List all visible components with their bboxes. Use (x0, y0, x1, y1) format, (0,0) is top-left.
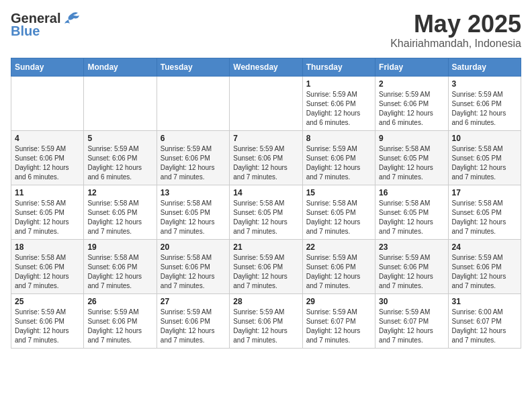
day-number: 16 (379, 188, 444, 197)
calendar-cell: 22Sunrise: 5:59 AM Sunset: 6:06 PM Dayli… (302, 239, 375, 293)
calendar-cell: 31Sunrise: 6:00 AM Sunset: 6:07 PM Dayli… (448, 293, 521, 348)
day-info: Sunrise: 5:58 AM Sunset: 6:05 PM Dayligh… (379, 199, 444, 236)
day-info: Sunrise: 5:59 AM Sunset: 6:06 PM Dayligh… (306, 253, 371, 291)
day-number: 12 (87, 188, 152, 197)
day-info: Sunrise: 5:59 AM Sunset: 6:07 PM Dayligh… (306, 308, 371, 345)
day-number: 3 (452, 79, 517, 89)
day-info: Sunrise: 5:58 AM Sunset: 6:05 PM Dayligh… (15, 199, 80, 236)
day-info: Sunrise: 5:59 AM Sunset: 6:06 PM Dayligh… (452, 90, 517, 128)
calendar-week-row: 4Sunrise: 5:59 AM Sunset: 6:06 PM Daylig… (11, 130, 521, 185)
calendar-cell: 19Sunrise: 5:58 AM Sunset: 6:06 PM Dayli… (84, 239, 157, 293)
calendar-week-row: 25Sunrise: 5:59 AM Sunset: 6:06 PM Dayli… (11, 293, 521, 348)
day-info: Sunrise: 5:59 AM Sunset: 6:06 PM Dayligh… (15, 308, 80, 345)
day-info: Sunrise: 5:59 AM Sunset: 6:07 PM Dayligh… (379, 308, 444, 345)
calendar-cell: 7Sunrise: 5:59 AM Sunset: 6:06 PM Daylig… (230, 130, 302, 185)
calendar-cell: 14Sunrise: 5:58 AM Sunset: 6:05 PM Dayli… (230, 185, 302, 239)
calendar-week-row: 1Sunrise: 5:59 AM Sunset: 6:06 PM Daylig… (11, 76, 521, 130)
logo-blue-text: Blue (11, 24, 40, 39)
day-info: Sunrise: 5:59 AM Sunset: 6:06 PM Dayligh… (161, 308, 226, 345)
calendar-cell: 16Sunrise: 5:58 AM Sunset: 6:05 PM Dayli… (375, 185, 448, 239)
day-number: 18 (15, 242, 80, 252)
day-number: 15 (306, 188, 371, 197)
day-number: 24 (452, 242, 517, 252)
day-number: 20 (161, 242, 226, 252)
weekday-header-row: SundayMondayTuesdayWednesdayThursdayFrid… (11, 58, 521, 76)
day-info: Sunrise: 5:58 AM Sunset: 6:05 PM Dayligh… (452, 199, 517, 236)
day-info: Sunrise: 5:59 AM Sunset: 6:06 PM Dayligh… (233, 144, 298, 182)
weekday-header: Saturday (448, 58, 521, 76)
weekday-header: Tuesday (157, 58, 229, 76)
day-number: 1 (306, 79, 371, 89)
calendar-cell: 4Sunrise: 5:59 AM Sunset: 6:06 PM Daylig… (11, 130, 84, 185)
day-number: 13 (161, 188, 226, 197)
calendar-cell: 25Sunrise: 5:59 AM Sunset: 6:06 PM Dayli… (11, 293, 84, 348)
calendar-cell: 20Sunrise: 5:58 AM Sunset: 6:06 PM Dayli… (157, 239, 229, 293)
calendar-cell: 15Sunrise: 5:58 AM Sunset: 6:05 PM Dayli… (302, 185, 375, 239)
day-number: 22 (306, 242, 371, 252)
day-number: 5 (87, 134, 152, 143)
calendar-cell: 11Sunrise: 5:58 AM Sunset: 6:05 PM Dayli… (11, 185, 84, 239)
day-number: 6 (161, 134, 226, 143)
day-info: Sunrise: 5:58 AM Sunset: 6:05 PM Dayligh… (452, 144, 517, 182)
calendar-cell: 23Sunrise: 5:59 AM Sunset: 6:06 PM Dayli… (375, 239, 448, 293)
calendar-cell: 27Sunrise: 5:59 AM Sunset: 6:06 PM Dayli… (157, 293, 229, 348)
day-info: Sunrise: 5:58 AM Sunset: 6:05 PM Dayligh… (379, 144, 444, 182)
weekday-header: Thursday (302, 58, 375, 76)
day-number: 4 (15, 134, 80, 143)
calendar-cell: 8Sunrise: 5:59 AM Sunset: 6:06 PM Daylig… (302, 130, 375, 185)
weekday-header: Monday (84, 58, 157, 76)
page-header: General Blue May 2025 Khairiahmandah, In… (11, 11, 521, 50)
calendar-cell (11, 76, 84, 130)
calendar-table: SundayMondayTuesdayWednesdayThursdayFrid… (11, 58, 521, 349)
day-info: Sunrise: 5:58 AM Sunset: 6:05 PM Dayligh… (306, 199, 371, 236)
day-info: Sunrise: 5:59 AM Sunset: 6:06 PM Dayligh… (161, 144, 226, 182)
calendar-cell: 18Sunrise: 5:58 AM Sunset: 6:06 PM Dayli… (11, 239, 84, 293)
day-number: 23 (379, 242, 444, 252)
day-info: Sunrise: 5:59 AM Sunset: 6:06 PM Dayligh… (306, 90, 371, 128)
calendar-subtitle: Khairiahmandah, Indonesia (390, 38, 521, 50)
day-info: Sunrise: 5:58 AM Sunset: 6:05 PM Dayligh… (161, 199, 226, 236)
day-number: 11 (15, 188, 80, 197)
day-info: Sunrise: 5:59 AM Sunset: 6:06 PM Dayligh… (379, 253, 444, 291)
calendar-cell (230, 76, 302, 130)
weekday-header: Wednesday (230, 58, 302, 76)
day-info: Sunrise: 6:00 AM Sunset: 6:07 PM Dayligh… (452, 308, 517, 345)
day-info: Sunrise: 5:58 AM Sunset: 6:05 PM Dayligh… (87, 199, 152, 236)
day-number: 9 (379, 134, 444, 143)
calendar-cell: 9Sunrise: 5:58 AM Sunset: 6:05 PM Daylig… (375, 130, 448, 185)
calendar-cell: 5Sunrise: 5:59 AM Sunset: 6:06 PM Daylig… (84, 130, 157, 185)
day-number: 25 (15, 297, 80, 306)
calendar-cell: 29Sunrise: 5:59 AM Sunset: 6:07 PM Dayli… (302, 293, 375, 348)
logo: General Blue (11, 11, 81, 39)
day-number: 8 (306, 134, 371, 143)
calendar-cell: 10Sunrise: 5:58 AM Sunset: 6:05 PM Dayli… (448, 130, 521, 185)
day-number: 31 (452, 297, 517, 306)
calendar-cell: 28Sunrise: 5:59 AM Sunset: 6:06 PM Dayli… (230, 293, 302, 348)
day-info: Sunrise: 5:59 AM Sunset: 6:06 PM Dayligh… (15, 144, 80, 182)
day-info: Sunrise: 5:59 AM Sunset: 6:06 PM Dayligh… (233, 308, 298, 345)
day-info: Sunrise: 5:58 AM Sunset: 6:06 PM Dayligh… (15, 253, 80, 291)
calendar-cell: 17Sunrise: 5:58 AM Sunset: 6:05 PM Dayli… (448, 185, 521, 239)
day-info: Sunrise: 5:59 AM Sunset: 6:06 PM Dayligh… (452, 253, 517, 291)
day-number: 21 (233, 242, 298, 252)
day-info: Sunrise: 5:58 AM Sunset: 6:06 PM Dayligh… (87, 253, 152, 291)
day-info: Sunrise: 5:59 AM Sunset: 6:06 PM Dayligh… (306, 144, 371, 182)
day-info: Sunrise: 5:59 AM Sunset: 6:06 PM Dayligh… (87, 144, 152, 182)
day-number: 14 (233, 188, 298, 197)
day-info: Sunrise: 5:58 AM Sunset: 6:06 PM Dayligh… (161, 253, 226, 291)
weekday-header: Friday (375, 58, 448, 76)
calendar-cell: 6Sunrise: 5:59 AM Sunset: 6:06 PM Daylig… (157, 130, 229, 185)
calendar-cell (84, 76, 157, 130)
calendar-cell (157, 76, 229, 130)
calendar-cell: 1Sunrise: 5:59 AM Sunset: 6:06 PM Daylig… (302, 76, 375, 130)
day-number: 26 (87, 297, 152, 306)
calendar-week-row: 11Sunrise: 5:58 AM Sunset: 6:05 PM Dayli… (11, 185, 521, 239)
day-number: 30 (379, 297, 444, 306)
day-number: 17 (452, 188, 517, 197)
day-info: Sunrise: 5:58 AM Sunset: 6:05 PM Dayligh… (233, 199, 298, 236)
calendar-cell: 24Sunrise: 5:59 AM Sunset: 6:06 PM Dayli… (448, 239, 521, 293)
calendar-cell: 13Sunrise: 5:58 AM Sunset: 6:05 PM Dayli… (157, 185, 229, 239)
weekday-header: Sunday (11, 58, 84, 76)
calendar-cell: 30Sunrise: 5:59 AM Sunset: 6:07 PM Dayli… (375, 293, 448, 348)
day-info: Sunrise: 5:59 AM Sunset: 6:06 PM Dayligh… (87, 308, 152, 345)
